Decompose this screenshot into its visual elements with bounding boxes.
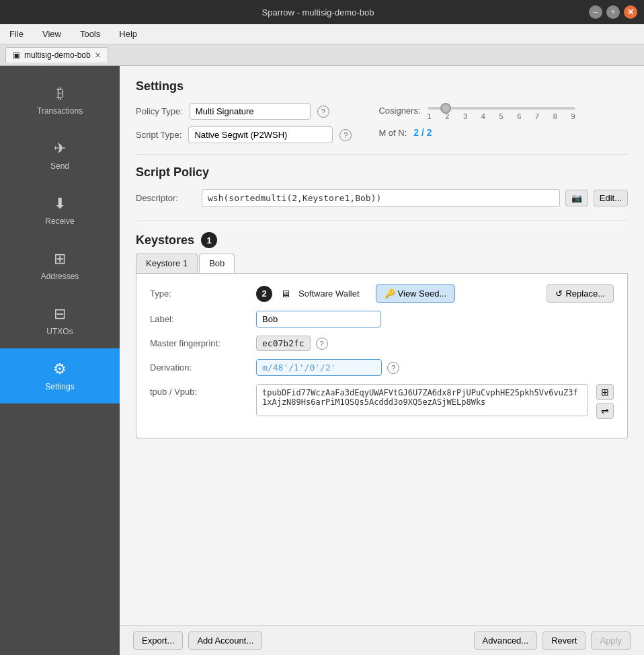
view-seed-button[interactable]: 🔑 View Seed... (376, 284, 456, 303)
window-controls: – + ✕ (589, 5, 637, 19)
utxos-icon: ⊟ (54, 305, 66, 323)
menu-tools[interactable]: Tools (76, 28, 104, 40)
menu-file[interactable]: File (5, 28, 28, 40)
wallet-tab-close-icon[interactable]: ✕ (95, 51, 101, 60)
replace-label: Replace... (565, 288, 605, 299)
sidebar-item-receive[interactable]: ⬇ Receive (0, 183, 120, 238)
script-type-help-icon[interactable]: ? (339, 129, 352, 141)
addresses-icon: ⊞ (54, 250, 66, 268)
sidebar-item-send[interactable]: ✈ Send (0, 128, 120, 183)
window-title: Sparrow - multisig-demo-bob (47, 7, 589, 17)
menu-bar: File View Tools Help (0, 24, 644, 44)
sidebar-label-addresses: Addresses (41, 272, 79, 281)
content-main: Settings Policy Type: Multi Signature Si… (120, 66, 644, 625)
revert-button[interactable]: Revert (542, 631, 586, 650)
replace-button[interactable]: ↺ Replace... (547, 284, 614, 303)
receive-icon: ⬇ (54, 195, 66, 213)
send-icon: ✈ (54, 140, 66, 157)
sidebar-item-settings[interactable]: ⚙ Settings (0, 348, 120, 403)
sidebar-item-utxos[interactable]: ⊟ UTXOs (0, 293, 120, 348)
ks-derivation-row: Derivation: ? (150, 359, 614, 376)
fingerprint-help-icon[interactable]: ? (316, 338, 328, 350)
bottom-left-buttons: Export... Add Account... (133, 631, 262, 650)
tab-bar: ▣ multisig-demo-bob ✕ (0, 44, 644, 66)
sidebar-label-settings: Settings (45, 382, 74, 391)
close-button[interactable]: ✕ (624, 5, 637, 19)
ks-tpub-value[interactable]: tpubDFid77WczAaFa3dEqyUWAFVtGJ6U7ZA6dx8r… (256, 384, 588, 416)
tpub-swap-button[interactable]: ⇌ (596, 403, 614, 419)
ks-tpub-label: tpub / Vpub: (150, 387, 251, 397)
keystore-panel-bob: Type: 2 🖥 Software Wallet 🔑 View Seed...… (136, 274, 628, 438)
script-type-label: Script Type: (136, 130, 182, 140)
descriptor-camera-button[interactable]: 📷 (565, 190, 588, 206)
ks-label-input[interactable] (256, 311, 381, 328)
settings-icon: ⚙ (53, 360, 67, 378)
policy-type-label: Policy Type: (136, 106, 183, 116)
minimize-button[interactable]: – (589, 5, 602, 19)
policy-type-select[interactable]: Multi Signature Single Signature (190, 103, 311, 120)
policy-type-help-icon[interactable]: ? (317, 106, 329, 118)
sidebar-item-addresses[interactable]: ⊞ Addresses (0, 238, 120, 293)
settings-header: Settings (136, 79, 628, 93)
replace-icon: ↺ (555, 288, 563, 299)
key-icon: 🔑 (385, 288, 395, 299)
main-layout: ₿ Transactions ✈ Send ⬇ Receive ⊞ Addres… (0, 66, 644, 655)
keystore-tab-bob[interactable]: Bob (199, 254, 235, 273)
menu-help[interactable]: Help (115, 28, 141, 40)
descriptor-input[interactable] (202, 189, 560, 207)
keystores-tabs: Keystore 1 Bob (136, 254, 628, 274)
content-area: Settings Policy Type: Multi Signature Si… (120, 66, 644, 655)
bottom-toolbar: Export... Add Account... Advanced... Rev… (120, 625, 644, 655)
menu-view[interactable]: View (38, 28, 65, 40)
ks-label-row: Label: (150, 311, 614, 328)
ks-fingerprint-value: ec07b2fc (256, 336, 311, 351)
ks-type-value: Software Wallet (298, 288, 360, 299)
annotation-2: 2 (256, 286, 272, 302)
script-policy-header: Script Policy (136, 165, 628, 180)
annotation-1: 1 (201, 232, 217, 248)
ks-fingerprint-label: Master fingerprint: (150, 338, 251, 348)
sidebar-item-transactions[interactable]: ₿ Transactions (0, 73, 120, 128)
ks-tpub-row: tpub / Vpub: tpubDFid77WczAaFa3dEqyUWAFV… (150, 384, 614, 419)
cosigners-label: Cosigners: (378, 106, 420, 116)
descriptor-edit-button[interactable]: Edit... (594, 190, 628, 206)
sidebar-label-send: Send (50, 161, 69, 171)
mon-value: 2 / 2 (413, 127, 432, 138)
derivation-help-icon[interactable]: ? (387, 362, 399, 374)
sidebar-label-receive: Receive (45, 217, 74, 226)
keystore-tab-1[interactable]: Keystore 1 (136, 254, 198, 273)
bottom-right-buttons: Advanced... Revert Apply (474, 631, 631, 650)
ks-label-label: Label: (150, 314, 251, 324)
mon-label: M of N: (378, 128, 407, 138)
sidebar-label-transactions: Transactions (37, 106, 83, 116)
ks-derivation-input[interactable] (256, 359, 382, 376)
title-bar: Sparrow - multisig-demo-bob – + ✕ (0, 0, 644, 24)
ks-fingerprint-row: Master fingerprint: ec07b2fc ? (150, 336, 614, 351)
sidebar: ₿ Transactions ✈ Send ⬇ Receive ⊞ Addres… (0, 66, 120, 655)
maximize-button[interactable]: + (606, 5, 620, 19)
settings-divider (136, 154, 628, 155)
cosigners-slider-thumb (440, 103, 451, 114)
ks-type-label: Type: (150, 288, 251, 299)
wallet-tab-label: multisig-demo-bob (24, 50, 91, 60)
sidebar-label-utxos: UTXOs (46, 327, 73, 336)
apply-button[interactable]: Apply (591, 631, 631, 650)
wallet-tab-multisig-demo-bob[interactable]: ▣ multisig-demo-bob ✕ (5, 47, 108, 63)
wallet-tab-icon: ▣ (13, 50, 20, 60)
software-wallet-icon: 🖥 (280, 288, 290, 299)
export-button[interactable]: Export... (133, 631, 183, 650)
tpub-grid-button[interactable]: ⊞ (596, 384, 614, 400)
add-account-button[interactable]: Add Account... (188, 631, 262, 650)
tpub-icon-buttons: ⊞ ⇌ (596, 384, 614, 419)
script-policy-divider (136, 221, 628, 221)
descriptor-label: Descriptor: (136, 193, 196, 203)
view-seed-label: View Seed... (398, 288, 447, 299)
advanced-button[interactable]: Advanced... (474, 631, 538, 650)
script-type-select[interactable]: Native Segwit (P2WSH) Legacy (P2SH) Nest… (188, 126, 333, 143)
keystores-header: Keystores (136, 233, 194, 247)
descriptor-row: Descriptor: 📷 Edit... (136, 189, 628, 207)
ks-derivation-label: Derivation: (150, 362, 251, 373)
ks-type-row: Type: 2 🖥 Software Wallet 🔑 View Seed...… (150, 284, 614, 303)
bitcoin-icon: ₿ (56, 85, 64, 102)
